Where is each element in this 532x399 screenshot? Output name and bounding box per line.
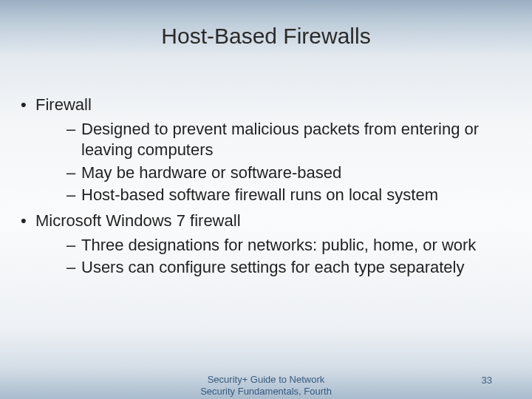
footer-source-line: Security Fundamentals, Fourth: [0, 386, 532, 398]
list-item: Designed to prevent malicious packets fr…: [35, 119, 517, 161]
footer-source-line: Security+ Guide to Network: [0, 374, 532, 386]
list-item-text: Designed to prevent malicious packets fr…: [81, 120, 479, 160]
sub-bullet-list: Designed to prevent malicious packets fr…: [35, 119, 517, 206]
slide-content: Firewall Designed to prevent malicious p…: [15, 95, 517, 283]
bullet-list: Firewall Designed to prevent malicious p…: [15, 95, 517, 279]
list-item-text: May be hardware or software-based: [81, 163, 341, 182]
list-item: Users can configure settings for each ty…: [35, 257, 517, 279]
list-item: Firewall Designed to prevent malicious p…: [15, 95, 517, 206]
list-item-text: Microsoft Windows 7 firewall: [35, 211, 241, 230]
list-item-text: Host-based software firewall runs on loc…: [81, 185, 438, 204]
list-item-text: Three designations for networks: public,…: [81, 236, 476, 254]
slide-title: Host-Based Firewalls: [0, 0, 532, 49]
footer-source: Security+ Guide to Network Security Fund…: [0, 374, 532, 398]
list-item: May be hardware or software-based: [35, 163, 517, 184]
list-item: Microsoft Windows 7 firewall Three desig…: [15, 211, 517, 279]
sub-bullet-list: Three designations for networks: public,…: [35, 235, 517, 279]
list-item-text: Firewall: [35, 95, 92, 114]
list-item: Host-based software firewall runs on loc…: [35, 185, 517, 206]
slide-footer: Security+ Guide to Network Security Fund…: [0, 369, 532, 399]
list-item-text: Users can configure settings for each ty…: [81, 258, 465, 276]
list-item: Three designations for networks: public,…: [35, 235, 517, 256]
page-number: 33: [482, 375, 492, 386]
